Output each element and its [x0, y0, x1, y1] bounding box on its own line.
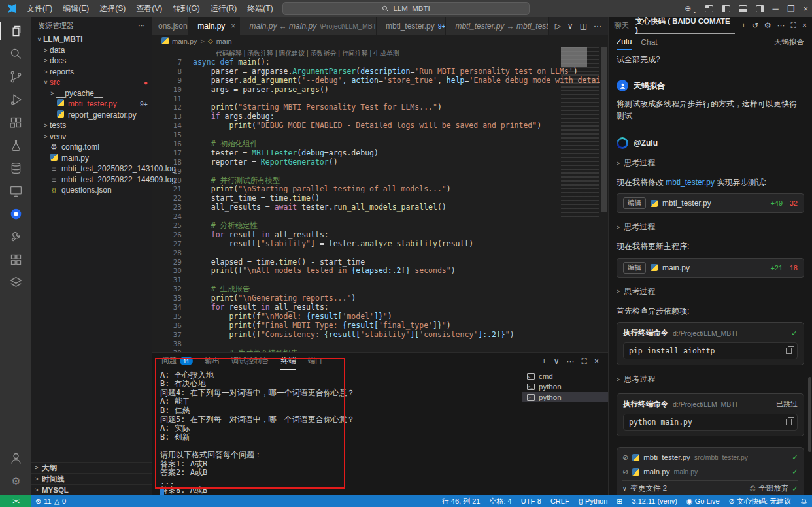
- panel-close-icon[interactable]: ×: [594, 357, 599, 366]
- activity-run-debug-icon[interactable]: [0, 88, 31, 111]
- tree-item-mbti_test_20250822_144909.log[interactable]: ≡mbti_test_20250822_144909.log: [31, 174, 152, 186]
- codelens-调优建议[interactable]: 调优建议: [279, 50, 305, 57]
- terminal-output[interactable]: A: 全心投入地 B: 有决心地 问题4: 在下列每一对词语中，哪一个词语更合你…: [152, 370, 522, 495]
- changed-file-row[interactable]: ⊘main.pymain.py✓: [622, 465, 798, 479]
- tab-chat[interactable]: 聊天: [614, 21, 629, 31]
- expand-icon[interactable]: ⛶: [791, 21, 796, 30]
- customize-layout-icon[interactable]: [705, 5, 713, 12]
- tree-item-tests[interactable]: >tests: [31, 120, 152, 131]
- panel-tab-输出[interactable]: 输出: [205, 353, 220, 370]
- toggle-sidebar-icon[interactable]: [722, 5, 730, 12]
- encoding[interactable]: UTF-8: [516, 495, 546, 507]
- tree-item-venv[interactable]: >venv: [31, 131, 152, 142]
- close-button[interactable]: ×: [803, 4, 808, 14]
- command-text[interactable]: python main.py: [623, 414, 798, 431]
- command-text[interactable]: pip install aiohttp: [623, 342, 798, 359]
- codelens-函数拆分[interactable]: 函数拆分: [310, 50, 336, 57]
- maximize-button[interactable]: ❐: [787, 4, 795, 14]
- grid-icon[interactable]: ⊞: [612, 495, 627, 507]
- history-icon[interactable]: ↺: [752, 21, 758, 30]
- command-center-search[interactable]: LLM_MBTI: [282, 2, 530, 15]
- panel-tab-调试控制台[interactable]: 调试控制台: [231, 353, 269, 370]
- code-editor[interactable]: 代码解释 | 函数注释 | 调优建议 | 函数拆分 | 行间注释 | 生成单测 …: [152, 47, 608, 352]
- activity-account-icon[interactable]: [0, 447, 31, 470]
- subtab-chat[interactable]: Chat: [641, 34, 657, 50]
- run-dropdown-icon[interactable]: ∨: [567, 22, 573, 31]
- minimize-button[interactable]: ─: [773, 4, 779, 14]
- activity-remote-chat-icon[interactable]: [0, 180, 31, 203]
- thinking-row[interactable]: >思考过程: [617, 221, 804, 233]
- activity-layers-icon[interactable]: [0, 271, 31, 294]
- panel-maximize-icon[interactable]: ⛶: [582, 357, 587, 366]
- codelens-行间注释[interactable]: 行间注释: [342, 50, 368, 57]
- panel-tab-端口[interactable]: 端口: [307, 353, 322, 370]
- subtab-zulu[interactable]: Zulu: [617, 34, 632, 50]
- activity-testing-icon[interactable]: [0, 134, 31, 157]
- comate-status[interactable]: ⊘ 文心快码: 无建议: [724, 495, 796, 507]
- menu-终端(T)[interactable]: 终端(T): [242, 4, 278, 13]
- new-terminal-icon[interactable]: +: [542, 357, 547, 366]
- menu-运行(R)[interactable]: 运行(R): [205, 4, 243, 13]
- chat-scrollbar[interactable]: [808, 377, 811, 452]
- breadcrumb[interactable]: main.py > ◇ main: [152, 35, 608, 47]
- keep-check-icon[interactable]: ✓: [792, 453, 798, 462]
- terminal-dropdown-icon[interactable]: ∨: [554, 357, 560, 366]
- new-chat-icon[interactable]: +: [741, 21, 746, 30]
- more-actions-icon[interactable]: ···: [594, 22, 601, 31]
- tree-item-LLM_MBTI[interactable]: ∨LLM_MBTI: [31, 34, 152, 45]
- editor-tab-mbti_tester.py[interactable]: mbti_tester.py9+: [377, 17, 446, 35]
- activity-extensions-icon[interactable]: [0, 111, 31, 134]
- menu-选择(S)[interactable]: 选择(S): [94, 4, 131, 13]
- activity-grid-icon[interactable]: [0, 248, 31, 271]
- edit-file-card[interactable]: 编辑mbti_tester.py+49-32: [617, 193, 804, 213]
- panel-tab-终端[interactable]: 终端: [280, 353, 296, 370]
- keep-check-icon[interactable]: ✓: [792, 467, 798, 476]
- accept-all-icon[interactable]: ✓: [792, 484, 798, 493]
- activity-tools-icon[interactable]: [0, 225, 31, 248]
- codelens-代码解释[interactable]: 代码解释: [216, 50, 242, 57]
- tab-comate[interactable]: 文心快码 ( BAIDU COMATE ): [635, 17, 735, 34]
- run-button[interactable]: ▷: [555, 22, 561, 31]
- section-时间线[interactable]: >时间线: [31, 473, 152, 484]
- editor-tab-ons.json[interactable]: ons.json: [152, 17, 188, 35]
- close-icon[interactable]: ×: [802, 21, 807, 30]
- edit-file-card[interactable]: 编辑main.py+21-18: [617, 258, 804, 278]
- discard-all-button[interactable]: ⎌全部放弃✓: [749, 483, 798, 493]
- terminal-instance-python[interactable]: >_python: [522, 392, 608, 402]
- chevron-down-icon[interactable]: ∨: [622, 485, 627, 492]
- activity-database-icon[interactable]: [0, 157, 31, 180]
- tree-item-report_generator.py[interactable]: report_generator.py: [31, 110, 152, 121]
- explorer-more-icon[interactable]: ···: [138, 22, 145, 29]
- tree-item-main.py[interactable]: main.py: [31, 153, 152, 164]
- eol-sequence[interactable]: CRLF: [546, 495, 574, 507]
- terminal-instance-cmd[interactable]: ccmd: [522, 371, 608, 382]
- editor-tab-main.py[interactable]: main.py×: [188, 17, 240, 35]
- remote-indicator[interactable]: ><: [0, 495, 31, 507]
- section-大纲[interactable]: >大纲: [31, 462, 152, 473]
- tree-item-config.toml[interactable]: ⚙config.toml: [31, 142, 152, 153]
- copy-icon[interactable]: [786, 419, 792, 425]
- panel-more-icon[interactable]: ···: [567, 357, 575, 366]
- menu-文件(F)[interactable]: 文件(F): [22, 4, 58, 13]
- editor-tab-main.py ↔ main.py[interactable]: main.py ↔ main.py\Project\LLM_MBTI - …: [240, 17, 377, 35]
- mode-label[interactable]: 天蝎拟合: [774, 37, 804, 47]
- menu-转到(G)[interactable]: 转到(G): [167, 4, 205, 13]
- tree-item-__pycache__[interactable]: >__pycache__: [31, 88, 152, 99]
- chat-scroll-area[interactable]: 试全部完成? 天蝎拟合 将测试改成多线程异步并行的方式，这样可以更快得测试 @Z…: [609, 50, 812, 495]
- activity-search-icon[interactable]: [0, 42, 31, 65]
- activity-comate-icon[interactable]: [0, 203, 31, 225]
- account-menu-icon[interactable]: ⊕ ˬ: [685, 4, 696, 13]
- indentation[interactable]: 空格: 4: [485, 495, 516, 507]
- cursor-position[interactable]: 行 46, 列 21: [437, 495, 485, 507]
- activity-explorer-icon[interactable]: [0, 20, 31, 42]
- tree-item-mbti_test_20250822_143100.log[interactable]: ≡mbti_test_20250822_143100.log: [31, 163, 152, 174]
- more-icon[interactable]: ···: [777, 21, 785, 30]
- codelens-函数注释[interactable]: 函数注释: [247, 50, 273, 57]
- activity-settings-icon[interactable]: ⚙: [0, 470, 31, 493]
- section-MYSQL[interactable]: >MYSQL: [31, 484, 152, 495]
- toggle-panel-icon[interactable]: [739, 5, 747, 12]
- tree-item-mbti_tester.py[interactable]: mbti_tester.py9+: [31, 99, 152, 110]
- menu-编辑(E)[interactable]: 编辑(E): [58, 4, 94, 13]
- problems-status[interactable]: ⊗11 △0: [31, 495, 70, 507]
- thinking-row[interactable]: >思考过程: [617, 157, 804, 169]
